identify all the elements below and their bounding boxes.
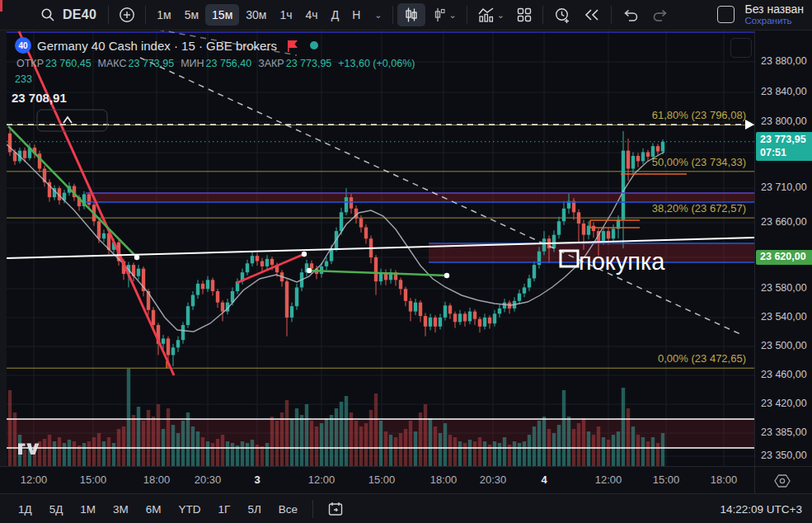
- range-button-YTD[interactable]: YTD: [172, 500, 208, 519]
- go-to-date-button[interactable]: [322, 497, 350, 521]
- chart-style-candles-button[interactable]: [397, 3, 425, 26]
- volume-bar: [592, 435, 595, 466]
- candle-body: [290, 306, 293, 318]
- create-alert-button[interactable]: [547, 3, 577, 26]
- flag-icon[interactable]: [287, 40, 298, 52]
- interval-button-1м[interactable]: 1м: [150, 4, 177, 26]
- interval-button-Д[interactable]: Д: [325, 4, 345, 26]
- volume-bar: [374, 393, 378, 466]
- bar-replay-button[interactable]: [577, 3, 607, 26]
- symbol-logo[interactable]: 40: [15, 37, 31, 54]
- candle-body: [87, 194, 91, 205]
- range-button-Все[interactable]: Все: [272, 500, 304, 519]
- candle-body: [8, 134, 12, 153]
- redo-button[interactable]: [645, 3, 675, 26]
- compare-add-button[interactable]: [113, 3, 141, 26]
- volume-bar: [260, 446, 264, 466]
- volume-bar: [265, 443, 269, 466]
- range-button-3М[interactable]: 3М: [106, 500, 135, 519]
- search-icon: [40, 7, 55, 22]
- range-button-1М[interactable]: 1М: [73, 500, 102, 519]
- volume-bar: [216, 439, 219, 466]
- server-clock[interactable]: 14:22:09 UTC+3: [720, 503, 812, 516]
- indicators-button[interactable]: ⌄: [472, 3, 510, 26]
- fib-level-label: 50,00% (23 734,33): [652, 156, 746, 168]
- volume-bar: [612, 435, 615, 466]
- volume-bar: [127, 369, 130, 466]
- time-axis-label: 20:30: [480, 474, 507, 486]
- interval-button-4ч[interactable]: 4ч: [299, 4, 325, 26]
- symbol-search-button[interactable]: [35, 3, 61, 26]
- trend-line-anchor: [307, 268, 312, 273]
- range-button-1Г[interactable]: 1Г: [212, 500, 237, 519]
- candle-body: [453, 313, 457, 322]
- volume-bar: [73, 441, 76, 466]
- undo-button[interactable]: [616, 3, 645, 26]
- interval-button-5м[interactable]: 5м: [178, 4, 205, 26]
- interval-button-1ч[interactable]: 1ч: [273, 4, 298, 26]
- axis-settings-button[interactable]: [772, 472, 793, 490]
- interval-button-30м[interactable]: 30м: [239, 4, 273, 26]
- layout-name[interactable]: Без назван: [744, 3, 804, 16]
- volume-bar: [206, 441, 209, 466]
- volume-bar: [58, 437, 61, 466]
- candle-body: [458, 313, 462, 322]
- candle-body: [201, 284, 204, 289]
- candle-body: [409, 301, 412, 312]
- chart-style-alt-button[interactable]: ⌄: [425, 3, 462, 26]
- layout-select-icon[interactable]: [717, 6, 735, 23]
- time-axis-label: 18:00: [711, 474, 738, 486]
- range-button-1Д[interactable]: 1Д: [12, 500, 39, 519]
- candle-body: [196, 284, 199, 295]
- volume-bar: [567, 417, 570, 466]
- drawing-toolbar-edge[interactable]: [0, 30, 7, 493]
- volume-bar: [622, 388, 625, 466]
- pane-maximize-button[interactable]: [730, 38, 752, 58]
- time-axis-label: 15:00: [368, 474, 396, 486]
- volume-bar: [132, 415, 135, 466]
- volume-bar: [656, 443, 659, 466]
- time-axis[interactable]: 12:0015:0018:0020:30312:0015:0018:0020:3…: [0, 466, 812, 494]
- candle-body: [577, 212, 580, 224]
- volume-bar: [63, 443, 66, 466]
- symbol-button[interactable]: DE40: [61, 3, 104, 26]
- volume-bar: [275, 421, 279, 466]
- price-axis[interactable]: 23 880,0023 840,0023 800,0023 710,0023 6…: [754, 30, 812, 466]
- plus-circle-icon: [119, 7, 135, 23]
- volume-bar: [468, 440, 472, 466]
- candle-body: [557, 221, 561, 234]
- candle-body: [295, 287, 298, 306]
- undo-icon: [622, 7, 640, 22]
- interval-expand-button[interactable]: ⌄: [367, 3, 387, 26]
- volume-bar: [246, 443, 249, 466]
- volume-bar: [537, 421, 541, 466]
- interval-button-15м[interactable]: 15м: [205, 4, 239, 26]
- candle-body: [473, 312, 476, 319]
- candle-body: [488, 318, 491, 323]
- interval-button-Н[interactable]: Н: [345, 4, 367, 26]
- volume-bar: [325, 418, 328, 466]
- volume-bar: [201, 437, 204, 466]
- volume-bar: [518, 443, 521, 466]
- chart-pane[interactable]: 61,80% (23 796,08)50,00% (23 734,33)38,2…: [7, 30, 754, 466]
- volume-bar: [171, 425, 175, 466]
- save-layout-button[interactable]: Сохранить: [744, 16, 804, 26]
- level-price-badge: 23 620,00: [756, 250, 812, 265]
- market-status-icon[interactable]: [310, 41, 318, 49]
- candle-alt-icon: [431, 7, 448, 23]
- alarm-clock-plus-icon: [553, 6, 571, 24]
- range-button-6М[interactable]: 6М: [139, 500, 168, 519]
- legend-title[interactable]: Germany 40 Cash index · 15 · GBE brokers: [37, 39, 277, 53]
- volume-bar: [473, 441, 476, 466]
- alert-arrow-marker: [745, 120, 754, 130]
- layout-grid-button[interactable]: [510, 3, 538, 26]
- candlestick-chart[interactable]: 61,80% (23 796,08)50,00% (23 734,33)38,2…: [7, 30, 754, 466]
- range-button-5Д[interactable]: 5Д: [43, 500, 70, 519]
- candle-body: [270, 259, 274, 265]
- candle-body: [414, 303, 417, 312]
- candle-body: [424, 316, 427, 327]
- change-value: +13,60 (+0,06%): [338, 58, 415, 69]
- volume-bar: [607, 440, 610, 466]
- range-button-5Л[interactable]: 5Л: [241, 500, 267, 519]
- candle-body: [448, 305, 452, 313]
